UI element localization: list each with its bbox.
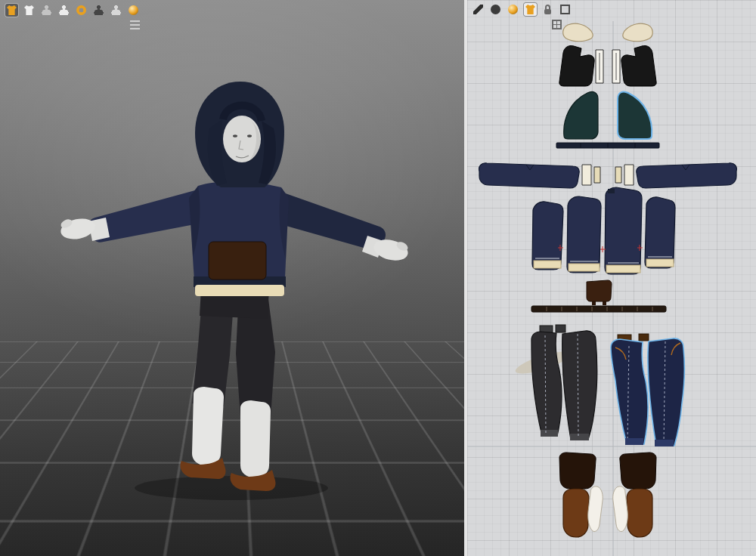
boot-sole[interactable] xyxy=(627,489,652,537)
pattern-canvas[interactable] xyxy=(467,21,756,556)
viewport-toolbar-row1 xyxy=(5,4,141,17)
pants-charcoal-pieces[interactable] xyxy=(513,325,597,440)
avatar-bust-icon[interactable] xyxy=(40,4,53,17)
garment-show-icon[interactable] xyxy=(524,3,537,16)
boot-tongue[interactable] xyxy=(613,486,628,532)
sleeve-cuff[interactable] xyxy=(582,165,591,185)
dark-sphere-icon[interactable] xyxy=(489,3,502,16)
avatar-pose-icon[interactable] xyxy=(57,4,70,17)
lock-icon[interactable] xyxy=(541,3,554,16)
hem-3d xyxy=(195,285,284,296)
viewport-toolbar xyxy=(5,4,141,32)
sewing-spool-icon[interactable] xyxy=(75,4,88,17)
grid-table-icon[interactable] xyxy=(550,18,563,31)
hood-head-3d[interactable] xyxy=(195,82,284,187)
garment-shirt-icon[interactable] xyxy=(23,4,36,17)
pocket-piece[interactable] xyxy=(587,280,612,305)
hoodie-3d[interactable] xyxy=(59,181,411,296)
pattern-pieces-right[interactable] xyxy=(612,23,736,537)
waistband-piece[interactable] xyxy=(531,306,666,312)
pattern-toolbar-row1 xyxy=(472,3,572,16)
layer-stack-icon[interactable] xyxy=(129,19,141,32)
material-sphere-icon[interactable] xyxy=(127,4,140,17)
sleeve-cuff[interactable] xyxy=(615,167,621,183)
boot-tongue[interactable] xyxy=(588,486,603,532)
pants-navy-pieces-selected[interactable] xyxy=(611,334,684,446)
avatar-sphere-icon[interactable] xyxy=(507,3,519,16)
bodice-panels[interactable] xyxy=(532,187,675,274)
avatar-light-icon[interactable] xyxy=(110,4,122,17)
boot-sole[interactable] xyxy=(563,489,589,537)
viewport-toolbar-row2 xyxy=(129,19,141,32)
garment-hoodie-icon[interactable] xyxy=(5,4,18,17)
hood-panel[interactable] xyxy=(564,91,598,139)
panel-toggle-icon[interactable] xyxy=(559,3,572,16)
sleeve-panel[interactable] xyxy=(479,163,580,188)
mitten-pattern[interactable] xyxy=(623,23,652,42)
sleeve-cuff[interactable] xyxy=(594,167,600,183)
pattern-toolbar xyxy=(472,3,572,31)
boot-cuff-panel[interactable] xyxy=(559,453,596,489)
avatar-dark-icon[interactable] xyxy=(92,4,105,17)
pattern-pieces-left[interactable] xyxy=(479,23,603,537)
pocket-3d[interactable] xyxy=(209,242,266,280)
boot-cuff-panel[interactable] xyxy=(620,453,656,489)
hood-band-piece[interactable] xyxy=(556,143,659,148)
glove-left[interactable] xyxy=(59,216,97,242)
avatar-3d[interactable] xyxy=(0,0,464,556)
pattern-2d-panel[interactable] xyxy=(467,0,756,556)
pattern-toolbar-row2 xyxy=(550,18,572,31)
viewport-3d[interactable] xyxy=(0,0,464,556)
boots-3d[interactable] xyxy=(181,387,276,491)
app-window xyxy=(0,0,756,556)
sleeve-panel[interactable] xyxy=(637,163,737,188)
boot-shaft-pattern[interactable] xyxy=(559,45,594,86)
sleeve-cuff[interactable] xyxy=(624,165,634,185)
needle-tool-icon[interactable] xyxy=(472,3,485,16)
hood-panel-selected[interactable] xyxy=(618,91,652,139)
boot-shaft-pattern[interactable] xyxy=(621,45,656,86)
